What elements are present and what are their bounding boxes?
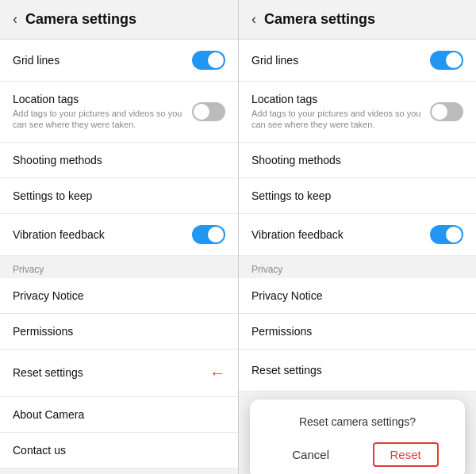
left-reset-settings-item[interactable]: Reset settings ←	[0, 350, 238, 397]
right-shooting-methods-item[interactable]: Shooting methods	[239, 143, 476, 178]
right-privacy-section: Privacy	[239, 256, 476, 278]
right-panel: ‹ Camera settings Grid lines Location ta…	[238, 0, 476, 474]
left-shooting-methods-item[interactable]: Shooting methods	[0, 143, 238, 178]
right-permissions-item[interactable]: Permissions	[239, 314, 476, 350]
left-location-tags-knob	[194, 104, 209, 120]
left-grid-lines-knob	[208, 52, 224, 68]
right-shooting-methods-label: Shooting methods	[251, 154, 341, 166]
left-reset-arrow-icon: ←	[209, 364, 225, 382]
right-vibration-feedback-label: Vibration feedback	[251, 228, 422, 241]
right-location-tags-toggle[interactable]	[430, 102, 463, 121]
left-shooting-methods-label: Shooting methods	[13, 154, 102, 166]
left-header-title: Camera settings	[25, 11, 136, 28]
right-privacy-notice-label: Privacy Notice	[251, 289, 322, 302]
right-header: ‹ Camera settings	[239, 0, 476, 40]
right-vibration-feedback-knob	[446, 227, 462, 243]
right-grid-lines-toggle[interactable]	[430, 51, 463, 70]
left-privacy-section: Privacy	[0, 256, 238, 278]
left-settings-to-keep-item[interactable]: Settings to keep	[0, 178, 238, 214]
cancel-button[interactable]: Cancel	[276, 443, 345, 466]
left-location-tags-sublabel: Add tags to your pictures and videos so …	[13, 108, 184, 131]
right-location-tags-knob	[432, 104, 447, 120]
reset-button[interactable]: Reset	[373, 442, 439, 467]
left-header: ‹ Camera settings	[0, 0, 238, 40]
left-location-tags-toggle[interactable]	[192, 102, 225, 121]
right-vibration-feedback-item[interactable]: Vibration feedback	[239, 214, 476, 256]
left-vibration-feedback-knob	[208, 227, 224, 243]
left-about-camera-label: About Camera	[13, 408, 84, 421]
dialog-title: Reset camera settings?	[263, 415, 452, 428]
right-grid-lines-label: Grid lines	[251, 54, 422, 67]
left-contact-us-label: Contact us	[13, 444, 66, 457]
left-grid-lines-toggle[interactable]	[192, 51, 225, 70]
left-permissions-label: Permissions	[13, 325, 73, 338]
right-back-arrow[interactable]: ‹	[251, 11, 256, 28]
left-location-tags-item[interactable]: Location tags Add tags to your pictures …	[0, 82, 238, 143]
right-vibration-feedback-toggle[interactable]	[430, 225, 463, 244]
right-grid-lines-knob	[446, 52, 462, 68]
left-privacy-notice-label: Privacy Notice	[13, 289, 83, 302]
right-reset-settings-label: Reset settings	[251, 364, 322, 377]
right-reset-settings-item[interactable]: Reset settings	[239, 350, 476, 392]
dialog-buttons: Cancel Reset	[263, 442, 452, 467]
left-privacy-notice-item[interactable]: Privacy Notice	[0, 278, 238, 314]
right-location-tags-sublabel: Add tags to your pictures and videos so …	[251, 108, 422, 131]
right-location-tags-label: Location tags	[251, 93, 422, 105]
right-location-tags-item[interactable]: Location tags Add tags to your pictures …	[239, 82, 476, 143]
left-vibration-feedback-label: Vibration feedback	[13, 228, 184, 241]
left-back-arrow[interactable]: ‹	[13, 11, 17, 28]
right-grid-lines-item[interactable]: Grid lines	[239, 40, 476, 82]
right-settings-list: Grid lines Location tags Add tags to you…	[239, 40, 476, 474]
left-settings-list: Grid lines Location tags Add tags to you…	[0, 40, 238, 474]
right-permissions-label: Permissions	[251, 325, 312, 338]
left-reset-settings-label: Reset settings	[13, 366, 83, 379]
left-grid-lines-item[interactable]: Grid lines	[0, 40, 238, 82]
left-vibration-feedback-item[interactable]: Vibration feedback	[0, 214, 238, 256]
right-settings-to-keep-item[interactable]: Settings to keep	[239, 178, 476, 214]
left-grid-lines-label: Grid lines	[13, 54, 184, 67]
right-settings-to-keep-label: Settings to keep	[251, 189, 331, 202]
right-header-title: Camera settings	[264, 11, 375, 28]
left-permissions-item[interactable]: Permissions	[0, 314, 238, 350]
left-contact-us-item[interactable]: Contact us	[0, 433, 238, 468]
left-panel: ‹ Camera settings Grid lines Location ta…	[0, 0, 238, 474]
reset-dialog: Reset camera settings? Cancel Reset	[250, 399, 465, 474]
right-privacy-notice-item[interactable]: Privacy Notice	[239, 278, 476, 314]
left-vibration-feedback-toggle[interactable]	[192, 225, 225, 244]
left-location-tags-label: Location tags	[13, 93, 184, 105]
left-about-camera-item[interactable]: About Camera	[0, 397, 238, 433]
left-settings-to-keep-label: Settings to keep	[13, 189, 92, 202]
